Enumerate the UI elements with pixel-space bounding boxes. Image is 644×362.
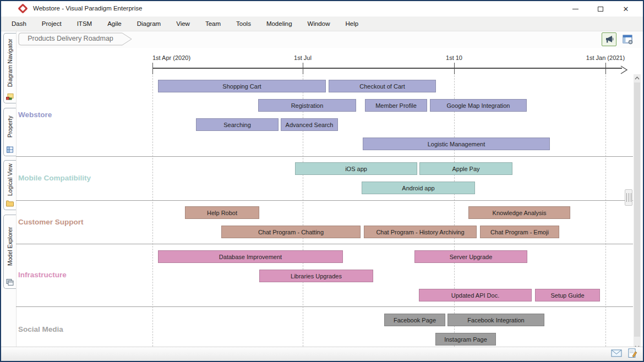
scroll-up-button[interactable] [634, 74, 641, 82]
sidebar-tab-label: Logical View [4, 163, 16, 196]
property-icon [6, 146, 14, 153]
minimize-icon [572, 9, 578, 9]
roadmap-bar-label: Setup Guide [550, 292, 584, 299]
roadmap-bar-searching[interactable]: Searching [196, 118, 279, 131]
sidebar-tab-diagram-navigator[interactable]: Diagram Navigator [3, 33, 16, 103]
roadmap-bar-ios-app[interactable]: iOS app [295, 162, 417, 175]
lane-label-mobile-compatibility: Mobile Compatibility [18, 174, 91, 182]
roadmap-bar-checkout-of-cart[interactable]: Checkout of Cart [329, 80, 436, 92]
visual-paradigm-logo-icon [18, 3, 28, 13]
lane-label-customer-support: Customer Support [18, 218, 84, 226]
maximize-icon [598, 7, 603, 12]
tab-products-delivery-roadmap[interactable]: Products Delivery Roadmap [18, 32, 133, 46]
maximize-button[interactable] [588, 1, 613, 17]
panel-layout-button[interactable] [620, 32, 635, 46]
lane-label-infrastructure: Infrastructure [18, 271, 67, 279]
timeline-axis [152, 68, 622, 69]
roadmap-bar-knowledge-analysis[interactable]: Knowledge Analysis [468, 206, 570, 219]
roadmap-bar-help-robot[interactable]: Help Robot [185, 206, 259, 219]
panel-layout-icon [623, 35, 634, 45]
grip-lines-icon [626, 193, 631, 202]
roadmap-bar-label: iOS app [345, 166, 367, 172]
lane-label-social-media: Social Media [18, 325, 63, 333]
roadmap-bar-label: Facebook Page [394, 317, 436, 323]
roadmap-bar-chat-program-history-archiving[interactable]: Chat Program - History Archiving [364, 226, 477, 238]
roadmap-bar-label: Chat Program - Chatting [258, 229, 324, 235]
left-panel-tabs: Diagram NavigatorPropertyLogical ViewMod… [2, 31, 17, 347]
menu-item-project[interactable]: Project [34, 20, 69, 27]
close-button[interactable]: ✕ [613, 1, 638, 17]
roadmap-bar-label: Database Improvement [219, 254, 282, 260]
timeline-tick-label: 1st 10 [416, 54, 493, 62]
diagram-navigator-icon [6, 93, 14, 101]
roadmap-bar-label: Apple Pay [452, 166, 479, 172]
roadmap-bar-facebook-integration[interactable]: Facebook Integration [447, 314, 544, 326]
roadmap-bar-setup-guide[interactable]: Setup Guide [535, 289, 600, 301]
roadmap-bar-chat-program-emoji[interactable]: Chat Program - Emoji [480, 226, 559, 238]
roadmap-bar-label: Updated API Doc. [451, 292, 499, 299]
tab-title: Products Delivery Roadmap [18, 35, 123, 42]
menu-item-agile[interactable]: Agile [100, 20, 129, 27]
roadmap-bar-advanced-search[interactable]: Advanced Search [281, 118, 338, 131]
roadmap-bar-label: Registration [291, 102, 324, 109]
roadmap-bar-label: Searching [223, 122, 251, 128]
roadmap-bar-database-improvement[interactable]: Database Improvement [158, 250, 343, 263]
roadmap-bar-label: Shopping Cart [222, 83, 261, 90]
roadmap-bar-libraries-upgrades[interactable]: Libraries Upgrades [259, 270, 373, 282]
timeline-tick-label: 1st Apr (2020) [152, 54, 190, 62]
menu-item-itsm[interactable]: ITSM [69, 20, 100, 27]
roadmap-bar-apple-pay[interactable]: Apple Pay [419, 162, 512, 175]
roadmap-bar-label: Android app [402, 185, 434, 191]
roadmap-bar-registration[interactable]: Registration [258, 99, 356, 112]
panel-splitter-handle[interactable] [625, 189, 632, 206]
roadmap-canvas: 1st Apr (2020)1st Jul1st 101st Jan (2021… [17, 48, 643, 347]
announcement-button[interactable] [602, 32, 616, 46]
lane-separator [16, 244, 633, 244]
menu-item-diagram[interactable]: Diagram [129, 20, 168, 27]
roadmap-bar-label: Help Robot [207, 210, 237, 216]
sidebar-tab-label: Diagram Navigator [4, 36, 16, 90]
roadmap-bar-label: Facebook Integration [467, 317, 524, 323]
roadmap-bar-instagram-page[interactable]: Instagram Page [435, 333, 496, 345]
menu-item-view[interactable]: View [168, 20, 198, 27]
scrollbar-thumb[interactable] [634, 83, 640, 337]
roadmap-bar-label: Member Profile [375, 102, 417, 109]
close-icon: ✕ [623, 6, 629, 13]
window-controls: ✕ [563, 1, 638, 17]
sidebar-tab-label: Model Explorer [4, 217, 16, 275]
menu-item-window[interactable]: Window [300, 20, 338, 27]
announcement-icon [605, 35, 614, 43]
menu-item-modeling[interactable]: Modeling [259, 20, 300, 27]
roadmap-bar-google-map-integration[interactable]: Google Map Integration [430, 99, 527, 112]
sidebar-tab-label: Property [4, 111, 16, 142]
timeline-tick-label: 1st Jul [264, 54, 341, 62]
roadmap-bar-android-app[interactable]: Android app [362, 182, 475, 194]
sidebar-tab-logical-view[interactable]: Logical View [3, 160, 16, 210]
roadmap-bar-facebook-page[interactable]: Facebook Page [384, 314, 445, 326]
roadmap-bar-label: Knowledge Analysis [493, 210, 547, 216]
roadmap-bar-label: Server Upgrade [450, 254, 493, 260]
roadmap-bar-shopping-cart[interactable]: Shopping Cart [158, 80, 326, 92]
menu-item-dash[interactable]: Dash [4, 20, 34, 27]
mail-button[interactable] [611, 349, 622, 357]
roadmap-bar-chat-program-chatting[interactable]: Chat Program - Chatting [221, 226, 361, 238]
menu-item-tools[interactable]: Tools [228, 20, 259, 27]
model-explorer-icon [6, 278, 14, 286]
roadmap-bar-server-upgrade[interactable]: Server Upgrade [414, 250, 527, 263]
roadmap-bar-label: Chat Program - History Archiving [376, 229, 464, 235]
menu-item-team[interactable]: Team [198, 20, 228, 27]
window-title: Webstore - Visual Paradigm Enterprise [33, 5, 142, 12]
sidebar-tab-property[interactable]: Property [3, 108, 16, 156]
vertical-scrollbar[interactable] [634, 74, 641, 351]
edit-note-icon [628, 348, 637, 358]
logical-view-icon [6, 200, 14, 207]
roadmap-bar-updated-api-doc[interactable]: Updated API Doc. [419, 289, 532, 301]
roadmap-bar-logistic-management[interactable]: Logistic Management [363, 138, 550, 150]
roadmap-bar-member-profile[interactable]: Member Profile [365, 99, 427, 112]
sidebar-tab-model-explorer[interactable]: Model Explorer [3, 215, 16, 289]
menu-item-help[interactable]: Help [337, 20, 366, 27]
mail-icon [611, 349, 622, 357]
lane-separator [16, 306, 633, 307]
minimize-button[interactable] [563, 1, 588, 17]
edit-note-button[interactable] [628, 348, 637, 358]
